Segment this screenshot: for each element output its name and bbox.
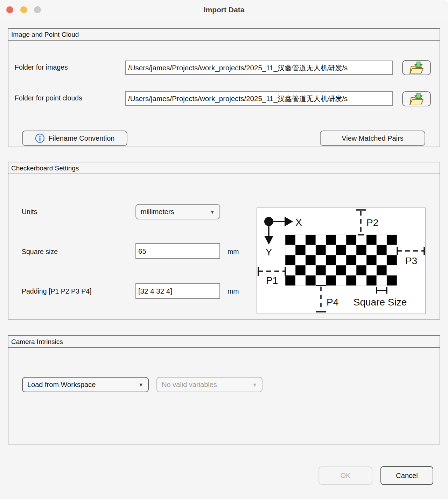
square-size-unit: mm bbox=[227, 248, 239, 256]
camera-intrinsics-panel: Camera Intrinsics Load from Workspace ▼ … bbox=[8, 335, 440, 444]
intrinsics-variables-dropdown: No valid variables ▼ bbox=[156, 377, 262, 392]
square-size-input[interactable] bbox=[135, 243, 220, 259]
y-axis-label: Y bbox=[266, 247, 272, 258]
intrinsics-source-value: Load from Workspace bbox=[27, 381, 96, 389]
title-bar: Import Data bbox=[0, 0, 448, 19]
image-point-cloud-panel: Image and Point Cloud Folder for images … bbox=[8, 28, 440, 147]
window-title: Import Data bbox=[0, 0, 448, 19]
browse-images-button[interactable] bbox=[402, 60, 431, 75]
import-data-dialog: Import Data Image and Point Cloud Folder… bbox=[0, 0, 448, 499]
p3-label: P3 bbox=[405, 255, 417, 266]
y-axis-arrow bbox=[264, 236, 273, 245]
view-matched-pairs-label: View Matched Pairs bbox=[342, 134, 403, 142]
square-size-label: Square size bbox=[22, 248, 58, 256]
intrinsics-source-dropdown[interactable]: Load from Workspace ▼ bbox=[22, 377, 149, 392]
folder-images-input[interactable] bbox=[125, 61, 393, 75]
p2-label: P2 bbox=[366, 217, 378, 228]
x-axis-label: X bbox=[295, 217, 302, 228]
x-axis-arrow bbox=[285, 217, 293, 226]
view-matched-pairs-button[interactable]: View Matched Pairs bbox=[320, 131, 425, 146]
folder-import-icon bbox=[408, 61, 425, 75]
checkerboard-pattern bbox=[285, 235, 397, 286]
browse-pointclouds-button[interactable] bbox=[402, 91, 431, 106]
cancel-button[interactable]: Cancel bbox=[380, 466, 433, 485]
checkerboard-settings-panel: Checkerboard Settings Units millimeters … bbox=[8, 162, 440, 319]
p1-label: P1 bbox=[266, 275, 278, 286]
folder-pointclouds-input[interactable] bbox=[125, 91, 393, 106]
chevron-down-icon: ▼ bbox=[138, 382, 144, 388]
ok-button: OK bbox=[318, 466, 372, 485]
filename-convention-button[interactable]: Filename Convention bbox=[22, 131, 127, 146]
chevron-down-icon: ▼ bbox=[252, 382, 257, 388]
padding-input[interactable] bbox=[135, 283, 220, 299]
image-point-cloud-header: Image and Point Cloud bbox=[8, 29, 440, 41]
padding-unit: mm bbox=[227, 287, 239, 295]
padding-label: Padding [P1 P2 P3 P4] bbox=[22, 287, 91, 295]
folder-pointclouds-label: Folder for point clouds bbox=[15, 94, 82, 102]
units-value: millimeters bbox=[141, 208, 174, 216]
checkerboard-diagram-svg: X Y P2 P3 bbox=[257, 208, 425, 314]
checkerboard-settings-header: Checkerboard Settings bbox=[8, 162, 440, 174]
camera-intrinsics-header: Camera Intrinsics bbox=[8, 336, 440, 348]
folder-import-icon bbox=[408, 92, 425, 106]
checkerboard-diagram: X Y P2 P3 bbox=[257, 208, 426, 314]
units-dropdown[interactable]: millimeters ▼ bbox=[135, 204, 220, 219]
info-icon bbox=[35, 133, 45, 143]
units-label: Units bbox=[22, 208, 37, 216]
p4-label: P4 bbox=[327, 297, 338, 308]
folder-images-label: Folder for images bbox=[15, 63, 68, 71]
cancel-label: Cancel bbox=[396, 472, 418, 480]
square-size-measure-label: Square Size bbox=[354, 297, 407, 308]
intrinsics-variables-value: No valid variables bbox=[162, 381, 217, 389]
chevron-down-icon: ▼ bbox=[210, 209, 215, 215]
ok-label: OK bbox=[341, 472, 351, 480]
filename-convention-label: Filename Convention bbox=[49, 134, 115, 142]
